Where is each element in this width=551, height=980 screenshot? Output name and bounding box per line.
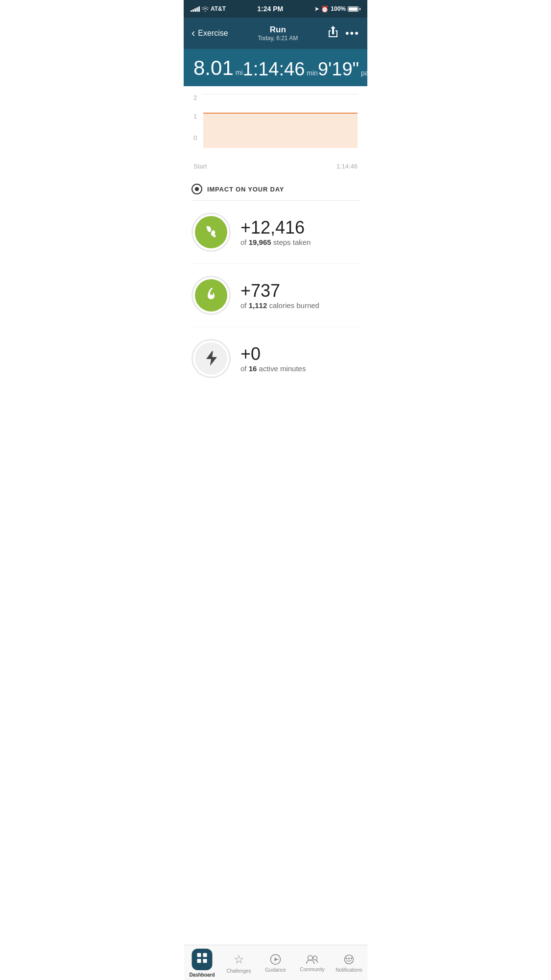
steps-circle xyxy=(192,213,231,252)
calories-total: 1,112 xyxy=(249,301,267,310)
steps-value: +12,416 xyxy=(240,218,311,238)
calories-sub: of 1,112 calories burned xyxy=(240,301,319,310)
impact-title: IMPACT ON YOUR DAY xyxy=(207,186,284,193)
battery-pct: 100% xyxy=(331,5,346,12)
chart-y-label-1: 1 xyxy=(193,113,197,120)
impact-section: IMPACT ON YOUR DAY +12,416 of 19,965 ste… xyxy=(184,176,367,429)
run-title: Run xyxy=(258,25,298,35)
duration-unit: min xyxy=(307,69,318,77)
pace-value: 9'19" xyxy=(318,60,359,78)
chart-data-fill xyxy=(203,113,358,148)
active-circle xyxy=(192,339,231,378)
wifi-icon xyxy=(202,6,209,12)
active-icon xyxy=(204,350,218,367)
battery-icon xyxy=(348,6,360,12)
chart-section: 2 1 0 Start 1:14:46 xyxy=(184,86,367,176)
back-chevron-icon: ‹ xyxy=(192,27,195,40)
location-icon: ➤ xyxy=(314,6,319,12)
impact-target-icon xyxy=(192,184,202,194)
more-button[interactable]: ••• xyxy=(345,27,359,40)
calories-circle-inner xyxy=(195,279,227,311)
active-value: +0 xyxy=(240,344,306,364)
active-impact-item: +0 of 16 active minutes xyxy=(192,327,359,390)
steps-sub: of 19,965 steps taken xyxy=(240,238,311,246)
steps-impact-item: +12,416 of 19,965 steps taken xyxy=(192,201,359,264)
nav-actions: ••• xyxy=(328,26,359,41)
chart-area xyxy=(203,94,358,148)
distance-value: 8.01 xyxy=(193,58,234,78)
active-total: 16 xyxy=(249,364,257,373)
chart-x-start: Start xyxy=(193,163,207,170)
nav-title: Run Today, 6:21 AM xyxy=(258,25,298,42)
chart-y-wrapper: 2 1 0 xyxy=(193,94,358,158)
steps-total: 19,965 xyxy=(249,238,271,246)
chart-y-label-0: 0 xyxy=(193,134,197,142)
stats-bar: 8.01 mi 1:14:46 min 9'19" pace xyxy=(184,49,367,86)
back-button[interactable]: ‹ Exercise xyxy=(192,27,228,40)
signal-icon xyxy=(191,6,200,12)
share-button[interactable] xyxy=(328,26,338,41)
active-circle-inner xyxy=(195,342,227,375)
impact-header: IMPACT ON YOUR DAY xyxy=(192,176,359,201)
distance-stat: 8.01 mi xyxy=(193,58,243,78)
share-icon xyxy=(328,26,338,39)
duration-stat: 1:14:46 min xyxy=(243,60,318,78)
chart-gridline-top xyxy=(203,94,358,95)
alarm-icon: ⏰ xyxy=(321,5,329,13)
status-right: ➤ ⏰ 100% xyxy=(314,5,360,13)
calories-circle xyxy=(192,276,231,315)
steps-suffix: steps taken xyxy=(271,238,311,246)
calories-impact-item: +737 of 1,112 calories burned xyxy=(192,264,359,327)
nav-header: ‹ Exercise Run Today, 6:21 AM ••• xyxy=(184,18,367,49)
svg-point-3 xyxy=(214,235,216,238)
carrier-label: AT&T xyxy=(211,5,226,12)
distance-unit: mi xyxy=(236,69,243,76)
active-suffix: active minutes xyxy=(257,364,306,373)
back-label: Exercise xyxy=(198,29,228,38)
svg-point-2 xyxy=(207,226,209,229)
status-left: AT&T xyxy=(191,5,226,12)
chart-outer: 2 1 0 Start 1:14:46 xyxy=(192,94,359,176)
chart-y-label-2: 2 xyxy=(193,94,197,101)
status-bar: AT&T 1:24 PM ➤ ⏰ 100% xyxy=(184,0,367,18)
active-sub: of 16 active minutes xyxy=(240,364,306,373)
active-text: +0 of 16 active minutes xyxy=(240,344,306,373)
steps-text: +12,416 of 19,965 steps taken xyxy=(240,218,311,247)
duration-value: 1:14:46 xyxy=(243,60,305,78)
steps-circle-inner xyxy=(195,216,227,248)
calories-text: +737 of 1,112 calories burned xyxy=(240,281,319,310)
calories-suffix: calories burned xyxy=(267,301,319,310)
run-subtitle: Today, 6:21 AM xyxy=(258,35,298,42)
calories-icon xyxy=(204,287,218,304)
steps-icon xyxy=(203,224,219,240)
chart-x-end: 1:14:46 xyxy=(336,163,358,170)
pace-stat: 9'19" pace xyxy=(318,60,367,78)
status-time: 1:24 PM xyxy=(257,5,283,13)
chart-x-labels: Start 1:14:46 xyxy=(193,160,358,176)
calories-value: +737 xyxy=(240,281,319,301)
pace-unit: pace xyxy=(361,69,367,77)
